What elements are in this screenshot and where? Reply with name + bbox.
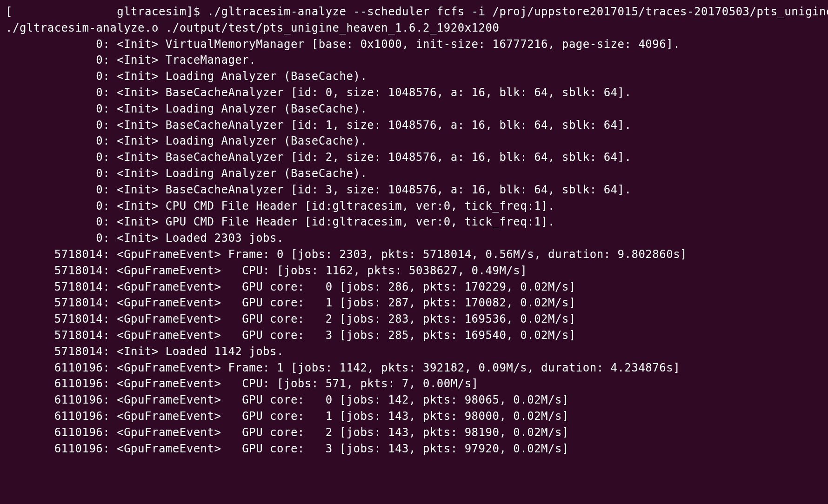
- output-line: 0: <Init> Loading Analyzer (BaseCache).: [6, 70, 367, 83]
- output-line: 0: <Init> Loading Analyzer (BaseCache).: [6, 134, 367, 147]
- output-line: 6110196: <GpuFrameEvent> GPU core: 0 [jo…: [6, 393, 569, 406]
- output-line: 6110196: <GpuFrameEvent> Frame: 1 [jobs:…: [6, 361, 680, 374]
- command-text: ./gltracesim-analyze --scheduler fcfs -i…: [207, 5, 828, 18]
- output-line: 0: <Init> GPU CMD File Header [id:gltrac…: [6, 215, 555, 228]
- output-line: 0: <Init> Loading Analyzer (BaseCache).: [6, 167, 367, 180]
- terminal-window[interactable]: [ gltracesim]$ ./gltracesim-analyze --sc…: [0, 0, 828, 460]
- output-line: 5718014: <GpuFrameEvent> CPU: [jobs: 116…: [6, 264, 527, 277]
- output-line: 5718014: <GpuFrameEvent> Frame: 0 [jobs:…: [6, 248, 687, 261]
- output-line: 6110196: <GpuFrameEvent> GPU core: 2 [jo…: [6, 426, 569, 439]
- output-line: 5718014: <GpuFrameEvent> GPU core: 0 [jo…: [6, 280, 576, 293]
- output-line: 6110196: <GpuFrameEvent> GPU core: 3 [jo…: [6, 442, 569, 455]
- output-line: 0: <Init> TraceManager.: [6, 53, 256, 66]
- output-line: 0: <Init> Loaded 2303 jobs.: [6, 232, 284, 245]
- output-line: 5718014: <GpuFrameEvent> GPU core: 3 [jo…: [6, 329, 576, 342]
- output-line: 5718014: <Init> Loaded 1142 jobs.: [6, 345, 284, 358]
- output-line: 5718014: <GpuFrameEvent> GPU core: 1 [jo…: [6, 296, 576, 309]
- output-line: 0: <Init> VirtualMemoryManager [base: 0x…: [6, 38, 680, 51]
- output-line: 5718014: <GpuFrameEvent> GPU core: 2 [jo…: [6, 312, 576, 325]
- output-line: ./gltracesim-analyze.o ./output/test/pts…: [6, 21, 499, 34]
- output-line: 0: <Init> BaseCacheAnalyzer [id: 3, size…: [6, 183, 631, 196]
- output-line: 0: <Init> BaseCacheAnalyzer [id: 0, size…: [6, 86, 631, 99]
- output-line: 0: <Init> BaseCacheAnalyzer [id: 2, size…: [6, 151, 631, 164]
- output-line: 0: <Init> BaseCacheAnalyzer [id: 1, size…: [6, 119, 631, 132]
- output-line: 0: <Init> Loading Analyzer (BaseCache).: [6, 102, 367, 115]
- output-line: 6110196: <GpuFrameEvent> GPU core: 1 [jo…: [6, 410, 569, 423]
- output-line: 6110196: <GpuFrameEvent> CPU: [jobs: 571…: [6, 377, 479, 390]
- output-line: 0: <Init> CPU CMD File Header [id:gltrac…: [6, 199, 555, 212]
- shell-prompt: [ gltracesim]$: [6, 5, 207, 18]
